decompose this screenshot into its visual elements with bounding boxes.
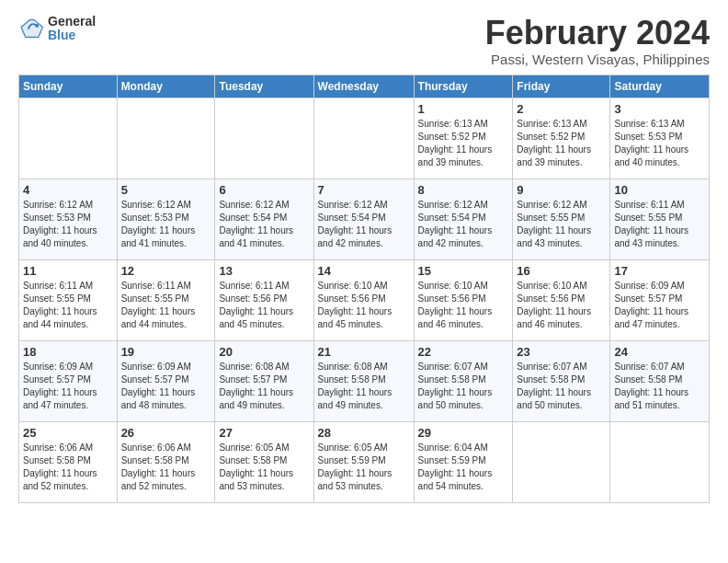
day-info: Sunrise: 6:10 AM Sunset: 5:56 PM Dayligh…: [418, 280, 509, 331]
day-number: 25: [23, 426, 113, 440]
calendar-cell: [19, 98, 118, 178]
calendar-cell: 29Sunrise: 6:04 AM Sunset: 5:59 PM Dayli…: [414, 421, 513, 502]
header-row: Sunday Monday Tuesday Wednesday Thursday…: [19, 75, 710, 98]
logo-icon: [18, 16, 44, 41]
calendar-week-4: 18Sunrise: 6:09 AM Sunset: 5:57 PM Dayli…: [19, 340, 710, 421]
header-monday: Monday: [117, 75, 215, 98]
month-title: February 2024: [485, 15, 710, 52]
day-info: Sunrise: 6:11 AM Sunset: 5:55 PM Dayligh…: [614, 199, 705, 250]
day-info: Sunrise: 6:04 AM Sunset: 5:59 PM Dayligh…: [418, 442, 509, 493]
calendar-cell: 8Sunrise: 6:12 AM Sunset: 5:54 PM Daylig…: [414, 178, 513, 259]
day-number: 16: [517, 264, 606, 278]
calendar-cell: 6Sunrise: 6:12 AM Sunset: 5:54 PM Daylig…: [215, 178, 313, 259]
calendar-table: Sunday Monday Tuesday Wednesday Thursday…: [18, 75, 710, 503]
calendar-cell: 28Sunrise: 6:05 AM Sunset: 5:59 PM Dayli…: [313, 421, 414, 502]
calendar-cell: 11Sunrise: 6:11 AM Sunset: 5:55 PM Dayli…: [19, 259, 118, 340]
calendar-cell: 27Sunrise: 6:05 AM Sunset: 5:58 PM Dayli…: [215, 421, 313, 502]
day-info: Sunrise: 6:08 AM Sunset: 5:58 PM Dayligh…: [318, 361, 410, 412]
calendar-cell: 24Sunrise: 6:07 AM Sunset: 5:58 PM Dayli…: [610, 340, 710, 421]
svg-marker-0: [21, 19, 41, 40]
logo: General Blue: [18, 15, 96, 43]
day-number: 14: [318, 264, 410, 278]
day-number: 23: [517, 345, 606, 359]
location-subtitle: Passi, Western Visayas, Philippines: [485, 52, 710, 67]
day-number: 1: [418, 102, 509, 116]
title-block: February 2024 Passi, Western Visayas, Ph…: [485, 15, 710, 67]
day-info: Sunrise: 6:13 AM Sunset: 5:53 PM Dayligh…: [614, 118, 705, 169]
day-info: Sunrise: 6:08 AM Sunset: 5:57 PM Dayligh…: [219, 361, 309, 412]
day-number: 18: [23, 345, 113, 359]
day-number: 5: [121, 183, 211, 197]
calendar-cell: 25Sunrise: 6:06 AM Sunset: 5:58 PM Dayli…: [19, 421, 118, 502]
day-info: Sunrise: 6:13 AM Sunset: 5:52 PM Dayligh…: [517, 118, 606, 169]
calendar-week-2: 4Sunrise: 6:12 AM Sunset: 5:53 PM Daylig…: [19, 178, 710, 259]
calendar-cell: 13Sunrise: 6:11 AM Sunset: 5:56 PM Dayli…: [215, 259, 313, 340]
calendar-cell: 5Sunrise: 6:12 AM Sunset: 5:53 PM Daylig…: [117, 178, 215, 259]
calendar-cell: 10Sunrise: 6:11 AM Sunset: 5:55 PM Dayli…: [610, 178, 710, 259]
day-info: Sunrise: 6:11 AM Sunset: 5:55 PM Dayligh…: [121, 280, 211, 331]
day-info: Sunrise: 6:10 AM Sunset: 5:56 PM Dayligh…: [318, 280, 410, 331]
calendar-week-5: 25Sunrise: 6:06 AM Sunset: 5:58 PM Dayli…: [19, 421, 710, 502]
calendar-cell: 19Sunrise: 6:09 AM Sunset: 5:57 PM Dayli…: [117, 340, 215, 421]
day-info: Sunrise: 6:05 AM Sunset: 5:59 PM Dayligh…: [318, 442, 410, 493]
header-saturday: Saturday: [610, 75, 710, 98]
calendar-cell: 22Sunrise: 6:07 AM Sunset: 5:58 PM Dayli…: [414, 340, 513, 421]
day-number: 20: [219, 345, 309, 359]
day-info: Sunrise: 6:09 AM Sunset: 5:57 PM Dayligh…: [614, 280, 705, 331]
calendar-cell: 18Sunrise: 6:09 AM Sunset: 5:57 PM Dayli…: [19, 340, 118, 421]
calendar-cell: 16Sunrise: 6:10 AM Sunset: 5:56 PM Dayli…: [513, 259, 610, 340]
calendar-header: Sunday Monday Tuesday Wednesday Thursday…: [19, 75, 710, 98]
day-number: 19: [121, 345, 211, 359]
logo-blue: Blue: [48, 29, 96, 42]
day-number: 10: [614, 183, 705, 197]
day-info: Sunrise: 6:12 AM Sunset: 5:53 PM Dayligh…: [23, 199, 113, 250]
day-info: Sunrise: 6:07 AM Sunset: 5:58 PM Dayligh…: [517, 361, 606, 412]
day-number: 13: [219, 264, 309, 278]
logo-general: General: [48, 15, 96, 29]
day-info: Sunrise: 6:06 AM Sunset: 5:58 PM Dayligh…: [23, 442, 113, 493]
day-number: 21: [318, 345, 410, 359]
day-info: Sunrise: 6:11 AM Sunset: 5:55 PM Dayligh…: [23, 280, 113, 331]
calendar-cell: 12Sunrise: 6:11 AM Sunset: 5:55 PM Dayli…: [117, 259, 215, 340]
day-number: 24: [614, 345, 705, 359]
calendar-cell: [117, 98, 215, 178]
calendar-cell: 21Sunrise: 6:08 AM Sunset: 5:58 PM Dayli…: [313, 340, 414, 421]
day-number: 11: [23, 264, 113, 278]
day-info: Sunrise: 6:12 AM Sunset: 5:54 PM Dayligh…: [318, 199, 410, 250]
calendar-week-1: 1Sunrise: 6:13 AM Sunset: 5:52 PM Daylig…: [19, 98, 710, 178]
day-number: 27: [219, 426, 309, 440]
day-number: 7: [318, 183, 410, 197]
day-info: Sunrise: 6:09 AM Sunset: 5:57 PM Dayligh…: [23, 361, 113, 412]
page-header: General Blue February 2024 Passi, Wester…: [18, 15, 710, 67]
day-info: Sunrise: 6:12 AM Sunset: 5:54 PM Dayligh…: [418, 199, 509, 250]
day-info: Sunrise: 6:12 AM Sunset: 5:54 PM Dayligh…: [219, 199, 309, 250]
day-info: Sunrise: 6:12 AM Sunset: 5:55 PM Dayligh…: [517, 199, 606, 250]
calendar-cell: [313, 98, 414, 178]
day-number: 8: [418, 183, 509, 197]
calendar-cell: 23Sunrise: 6:07 AM Sunset: 5:58 PM Dayli…: [513, 340, 610, 421]
calendar-cell: 9Sunrise: 6:12 AM Sunset: 5:55 PM Daylig…: [513, 178, 610, 259]
calendar-cell: 7Sunrise: 6:12 AM Sunset: 5:54 PM Daylig…: [313, 178, 414, 259]
day-number: 17: [614, 264, 705, 278]
calendar-cell: 17Sunrise: 6:09 AM Sunset: 5:57 PM Dayli…: [610, 259, 710, 340]
day-info: Sunrise: 6:11 AM Sunset: 5:56 PM Dayligh…: [219, 280, 309, 331]
day-info: Sunrise: 6:07 AM Sunset: 5:58 PM Dayligh…: [614, 361, 705, 412]
day-number: 3: [614, 102, 705, 116]
day-number: 6: [219, 183, 309, 197]
day-number: 9: [517, 183, 606, 197]
day-info: Sunrise: 6:05 AM Sunset: 5:58 PM Dayligh…: [219, 442, 309, 493]
day-number: 15: [418, 264, 509, 278]
header-thursday: Thursday: [414, 75, 513, 98]
header-friday: Friday: [513, 75, 610, 98]
day-number: 26: [121, 426, 211, 440]
svg-point-2: [35, 24, 39, 28]
day-number: 22: [418, 345, 509, 359]
calendar-cell: 4Sunrise: 6:12 AM Sunset: 5:53 PM Daylig…: [19, 178, 118, 259]
day-info: Sunrise: 6:12 AM Sunset: 5:53 PM Dayligh…: [121, 199, 211, 250]
calendar-cell: 14Sunrise: 6:10 AM Sunset: 5:56 PM Dayli…: [313, 259, 414, 340]
calendar-body: 1Sunrise: 6:13 AM Sunset: 5:52 PM Daylig…: [19, 98, 710, 502]
header-wednesday: Wednesday: [313, 75, 414, 98]
day-info: Sunrise: 6:13 AM Sunset: 5:52 PM Dayligh…: [418, 118, 509, 169]
day-info: Sunrise: 6:09 AM Sunset: 5:57 PM Dayligh…: [121, 361, 211, 412]
calendar-cell: [610, 421, 710, 502]
